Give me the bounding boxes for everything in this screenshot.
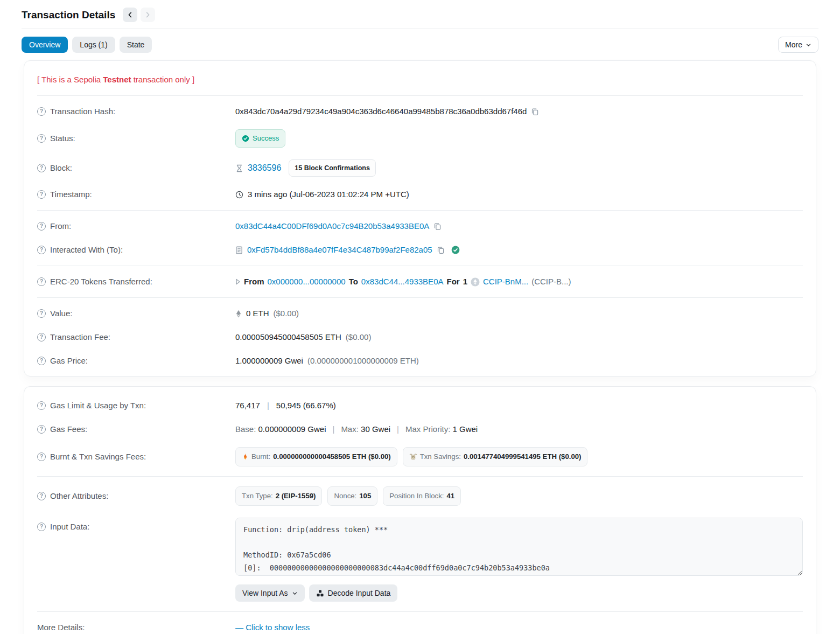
question-icon[interactable]: ?	[37, 134, 46, 143]
question-icon[interactable]: ?	[37, 309, 46, 318]
transaction-hash-value: 0x843dc70a4a29d79234c49a904c363d6c46640a…	[235, 106, 527, 117]
row-status: ? Status: Success	[37, 123, 803, 154]
gas-limit-label: Gas Limit & Usage by Txn:	[50, 400, 146, 412]
row-interacted-with: ? Interacted With (To): 0xFd57b4ddBf88a4…	[37, 238, 803, 262]
question-icon[interactable]: ?	[37, 401, 46, 410]
question-icon[interactable]: ?	[37, 357, 46, 365]
txn-type-badge: Txn Type: 2 (EIP-1559)	[235, 486, 322, 506]
to-contract-link[interactable]: 0xFd57b4ddBf88a4e07fF4e34C487b99af2Fe82a…	[247, 244, 432, 256]
show-less-link[interactable]: — Click to show less	[235, 622, 310, 633]
value-label: Value:	[50, 308, 72, 319]
more-details-label: More Details:	[37, 622, 85, 633]
question-icon[interactable]: ?	[37, 222, 46, 231]
base-fee-value: 0.000000009 Gwei	[258, 423, 326, 435]
txn-savings-label: Txn Savings:	[420, 451, 461, 463]
burnt-savings-label: Burnt & Txn Savings Fees:	[50, 451, 146, 463]
page-header: Transaction Details	[22, 0, 818, 29]
txn-savings-value: 0.001477404999541495 ETH ($0.00)	[464, 451, 582, 463]
row-gas-fees: ? Gas Fees: Base: 0.000000009 Gwei | Max…	[37, 417, 803, 441]
copy-icon[interactable]	[433, 222, 442, 231]
details-card: ? Gas Limit & Usage by Txn: 76,417 | 50,…	[24, 386, 816, 634]
max-fee-value: 30 Gwei	[361, 423, 390, 435]
burnt-value: 0.000000000000458505 ETH ($0.00)	[273, 451, 391, 463]
tabs-row: Overview Logs (1) State More	[22, 37, 818, 53]
timestamp-label: Timestamp:	[50, 189, 92, 200]
burnt-badge: Burnt: 0.000000000000458505 ETH ($0.00)	[235, 447, 397, 466]
copy-icon[interactable]	[437, 246, 445, 254]
transfer-to-address[interactable]: 0x83dC44...4933BE0A	[361, 276, 444, 288]
caret-right-icon	[235, 278, 241, 285]
more-label: More	[785, 40, 802, 49]
max-priority-label: Max Priority:	[405, 423, 450, 435]
chevron-down-icon	[806, 42, 811, 48]
clock-icon	[235, 191, 243, 199]
divider	[37, 210, 803, 211]
token-name-link[interactable]: CCIP-BnM...	[483, 276, 528, 288]
question-icon[interactable]: ?	[37, 246, 46, 254]
divider	[37, 95, 803, 96]
gas-limit-value: 76,417	[235, 400, 260, 412]
tab-overview[interactable]: Overview	[22, 37, 68, 53]
interacted-with-label: Interacted With (To):	[50, 244, 123, 256]
question-icon[interactable]: ?	[37, 333, 46, 342]
question-icon[interactable]: ?	[37, 425, 46, 434]
transfer-for-label: For	[446, 276, 459, 288]
value-amount: 0 ETH	[246, 308, 269, 319]
chevron-right-icon	[144, 11, 151, 18]
row-transaction-hash: ? Transaction Hash: 0x843dc70a4a29d79234…	[37, 100, 803, 123]
question-icon[interactable]: ?	[37, 277, 46, 286]
gas-usage-value: 50,945 (66.67%)	[276, 400, 336, 412]
other-attributes-label: Other Attributes:	[50, 490, 108, 502]
next-transaction-button[interactable]	[141, 8, 155, 22]
divider	[37, 476, 803, 477]
question-icon[interactable]: ?	[37, 452, 46, 461]
block-label: Block:	[50, 162, 72, 174]
more-dropdown-button[interactable]: More	[778, 37, 818, 53]
verified-check-icon	[451, 246, 460, 254]
header-divider	[22, 29, 818, 29]
page-title: Transaction Details	[22, 9, 115, 21]
question-icon[interactable]: ?	[37, 164, 46, 172]
question-icon[interactable]: ?	[37, 107, 46, 116]
decode-cubes-icon	[316, 589, 324, 597]
chevron-left-icon	[127, 11, 134, 18]
question-icon[interactable]: ?	[37, 190, 46, 199]
transfer-from-address[interactable]: 0x000000...00000000	[268, 276, 346, 288]
row-from: ? From: 0x83dC44a4C00DFf69d0A0c7c94B20b5…	[37, 214, 803, 238]
gas-fees-label: Gas Fees:	[50, 423, 87, 435]
gas-price-amount: 1.000000009 Gwei	[235, 355, 303, 367]
transaction-fee-label: Transaction Fee:	[50, 331, 110, 343]
question-icon[interactable]: ?	[37, 522, 46, 531]
copy-icon[interactable]	[531, 108, 539, 116]
erc20-label: ERC-20 Tokens Transferred:	[50, 276, 152, 288]
divider	[37, 297, 803, 298]
row-burnt-savings: ? Burnt & Txn Savings Fees: Burnt: 0.000…	[37, 441, 803, 472]
input-data-actions: View Input As Decode Input Data	[235, 584, 803, 602]
transfer-from-label: From	[244, 276, 264, 288]
txn-savings-badge: Txn Savings: 0.001477404999541495 ETH ($…	[403, 447, 588, 466]
testnet-warning: [ This is a Sepolia Testnet transaction …	[37, 64, 803, 92]
timestamp-value: 3 mins ago (Jul-06-2023 01:02:24 PM +UTC…	[248, 189, 409, 200]
tab-logs[interactable]: Logs (1)	[72, 37, 115, 53]
gas-price-eth: (0.000000001000000009 ETH)	[307, 355, 419, 367]
row-block: ? Block: 3836596 15 Block Confirmations	[37, 154, 803, 183]
view-input-as-button[interactable]: View Input As	[235, 584, 305, 602]
status-label: Status:	[50, 133, 75, 144]
block-confirmations-badge: 15 Block Confirmations	[289, 159, 376, 177]
from-address-link[interactable]: 0x83dC44a4C00DFf69d0A0c7c94B20b53a4933BE…	[235, 220, 429, 232]
question-icon[interactable]: ?	[37, 492, 46, 500]
decode-input-data-button[interactable]: Decode Input Data	[309, 584, 398, 602]
transfer-to-label: To	[349, 276, 358, 288]
base-fee-label: Base:	[235, 423, 256, 435]
burnt-label: Burnt:	[251, 451, 270, 463]
row-transaction-fee: ? Transaction Fee: 0.000050945000458505 …	[37, 325, 803, 349]
flame-icon	[242, 453, 249, 461]
previous-transaction-button[interactable]	[123, 8, 137, 22]
input-data-textarea[interactable]: Function: drip(address token) *** Method…	[235, 518, 803, 576]
token-symbol: (CCIP-B...)	[531, 276, 571, 288]
tab-state[interactable]: State	[120, 37, 152, 53]
block-number-link[interactable]: 3836596	[248, 162, 281, 174]
input-data-label: Input Data:	[50, 521, 89, 533]
divider	[37, 611, 803, 612]
row-timestamp: ? Timestamp: 3 mins ago (Jul-06-2023 01:…	[37, 183, 803, 206]
